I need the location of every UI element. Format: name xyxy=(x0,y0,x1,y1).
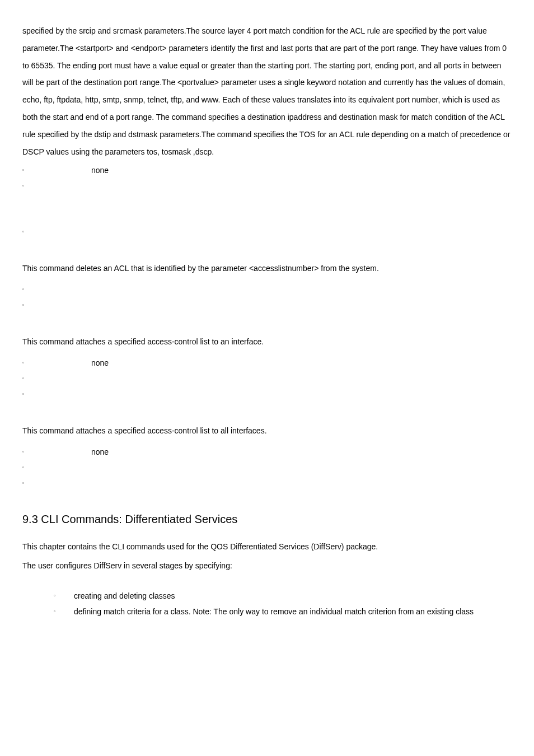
bullet-marker: ▫ xyxy=(22,162,32,175)
bullet-marker: ▫ xyxy=(22,444,32,456)
paragraph-attach-all-interfaces: This command attaches a specified access… xyxy=(22,422,512,440)
bullet-empty xyxy=(32,224,512,240)
bullet-marker: ▫ xyxy=(22,355,32,367)
bullet-marker: ▫ xyxy=(22,460,32,472)
section-heading-diffserv: 9.3 CLI Commands: Differentiated Service… xyxy=(22,507,512,531)
bullet-empty xyxy=(32,371,512,386)
bullet-empty xyxy=(32,297,512,313)
bullet-marker: ▫ xyxy=(54,588,74,600)
paragraph-diffserv-intro: This chapter contains the CLI commands u… xyxy=(22,539,512,554)
paragraph-diffserv-stages: The user configures DiffServ in several … xyxy=(22,558,512,573)
bullet-empty xyxy=(32,475,512,491)
bullet-default-none: none xyxy=(32,444,512,460)
bullet-empty xyxy=(32,282,512,297)
paragraph-acl-description: specified by the srcip and srcmask param… xyxy=(22,22,512,160)
paragraph-attach-interface: This command attaches a specified access… xyxy=(22,333,512,351)
bullet-marker: ▫ xyxy=(22,282,32,294)
bullet-marker: ▫ xyxy=(22,178,32,190)
subbullet-creating-deleting: creating and deleting classes xyxy=(74,588,512,604)
bullet-marker: ▫ xyxy=(22,475,32,488)
bullet-marker: ▫ xyxy=(22,371,32,383)
bullet-marker: ▫ xyxy=(22,386,32,399)
bullet-marker: ▫ xyxy=(54,604,74,616)
bullet-marker: ▫ xyxy=(22,224,32,236)
bullet-empty xyxy=(32,178,512,194)
bullet-default-none: none xyxy=(32,355,512,371)
bullet-marker: ▫ xyxy=(22,297,32,310)
bullet-default-none: none xyxy=(32,162,512,178)
paragraph-delete-acl: This command deletes an ACL that is iden… xyxy=(22,260,512,277)
subbullet-match-criteria: defining match criteria for a class. Not… xyxy=(74,604,512,619)
bullet-empty xyxy=(32,386,512,402)
bullet-empty xyxy=(32,460,512,475)
